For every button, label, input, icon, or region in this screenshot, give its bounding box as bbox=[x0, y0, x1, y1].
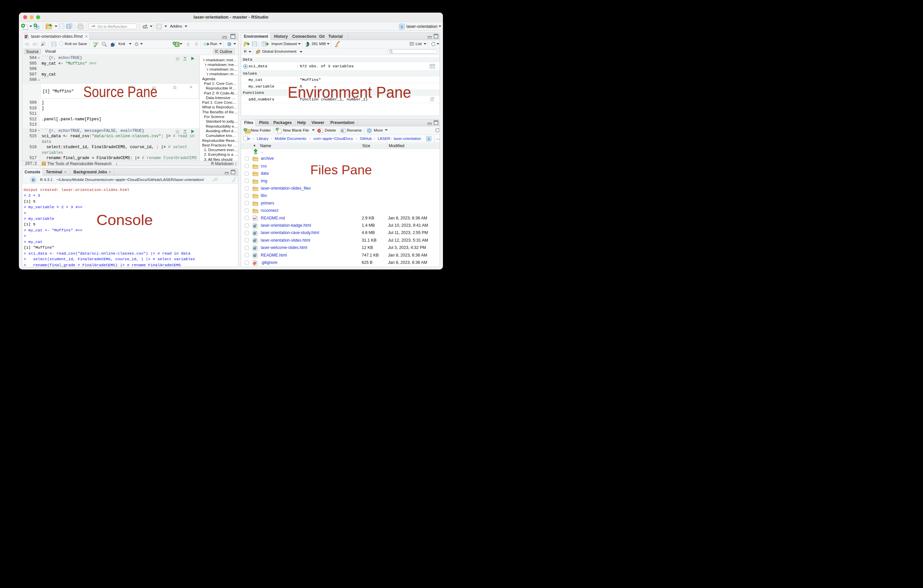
svg-text:MD: MD bbox=[253, 217, 256, 220]
svg-text:ABC: ABC bbox=[93, 41, 99, 45]
svg-text:C: C bbox=[176, 43, 178, 46]
svg-text:R: R bbox=[32, 177, 35, 182]
svg-text:Rmd: Rmd bbox=[24, 36, 28, 38]
svg-text:R: R bbox=[401, 25, 403, 28]
svg-text:R: R bbox=[427, 136, 430, 141]
